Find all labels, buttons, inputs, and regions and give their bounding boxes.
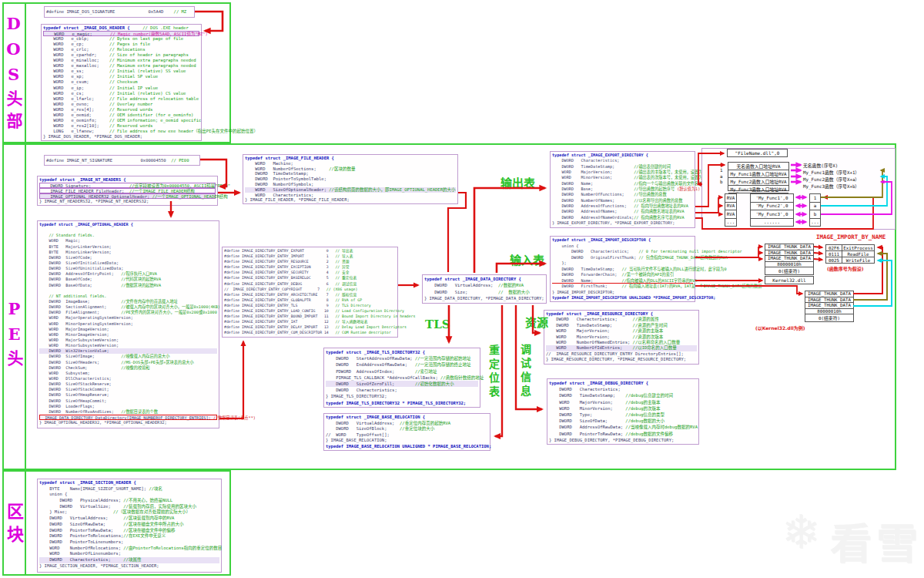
- section-label-dos: DOS头部: [5, 14, 22, 135]
- code-line: WORD e_magic; // Magic number(魔数5A4D，ASC…: [43, 31, 199, 36]
- code-line: // NT additional fields.: [39, 294, 217, 299]
- code-line: DWORD SizeOfStackCommit;: [39, 387, 217, 392]
- image-section-header-box: typedef struct _IMAGE_SECTION_HEADER { B…: [37, 479, 222, 573]
- code-line: WORD Machine;: [245, 161, 456, 166]
- code-line: typedef IMAGE_IMPORT_DESCRIPTOR UNALIGNE…: [552, 295, 693, 301]
- thunk-cell: 80000010h: [765, 262, 813, 268]
- code-line: WORD e_res2[10]; // Reserved words: [43, 123, 199, 129]
- code-line: DWORD SizeOfStackReserve;: [39, 381, 217, 387]
- ordinal-cell: 1: [810, 194, 820, 203]
- code-line: WORD e_crlc; // Relocations: [43, 47, 199, 52]
- code-line: typedef struct _IMAGE_SECTION_HEADER {: [39, 480, 219, 486]
- rva-cell: RVA: [725, 203, 736, 211]
- code-line: #define IMAGE_DIRECTORY_ENTRY_RESOURCE 2…: [224, 259, 396, 264]
- code-line: WORD MajorVersion; //资源的主版本: [546, 328, 697, 334]
- export-function-label: My_Func1函数（序号X+1）: [803, 169, 880, 176]
- code-line: WORD e_ip; // Initial IP value: [43, 86, 199, 91]
- code-line: DWORD TimeDateStamp; //输出表创建的时间: [552, 164, 693, 170]
- name-cell: 'My_Func2',0: [751, 203, 793, 211]
- code-line: DWORD PhysicalAddress; //不用关心，始终是NULL: [39, 498, 219, 504]
- code-line: } IMAGE_SECTION_HEADER, *PIMAGE_SECTION_…: [39, 563, 219, 570]
- code-line: DWORD Signature; //该字段被设置为0x00004550，ASC…: [39, 183, 216, 188]
- label-export-table: 输出表: [500, 174, 535, 190]
- label-tls: TLS: [425, 318, 450, 331]
- code-line: DWORD TimeDateStamp; // 当可执行文件不与被输入的DLL进…: [552, 267, 693, 273]
- nt-signature-define-box: #define IMAGE_NT_SIGNATURE 0x00004550 //…: [44, 155, 200, 166]
- code-line: #define IMAGE_DIRECTORY_ENTRY_BOUND_IMPO…: [224, 314, 396, 319]
- code-line: DWORD Characteristics; // 0 for terminat…: [552, 249, 693, 255]
- code-line: typedef struct _IMAGE_DATA_DIRECTORY {: [424, 276, 544, 282]
- code-line: WORD MinorVersion; //资源的次版本: [546, 334, 697, 340]
- eat-index: b: [720, 180, 726, 186]
- code-line: } IMAGE_RESOURCE_DIRECTORY, *PIMAGE_RESO…: [546, 357, 697, 362]
- code-line: #define IMAGE_DIRECTORY_ENTRY_DEBUG 6 //…: [224, 281, 396, 287]
- code-line: IMAGE_OPTIONAL_HEADER32 OptionalHeader; …: [39, 193, 216, 199]
- thunk-cell: IMAGE_THUNK_DATA: [765, 244, 813, 250]
- eat-row: My_Func3函数入口地址RVA: [728, 186, 788, 193]
- code-line: DWORD LoaderFlags;: [39, 404, 217, 409]
- code-line: WORD e_minalloc; // Minimum extra paragr…: [43, 58, 199, 63]
- export-rva-column: RVARVARVA...: [725, 193, 737, 227]
- thunk-cell: IMAGE_THUNK_DATA: [805, 297, 853, 304]
- export-dllname-box: "FileName.dll",0: [727, 149, 788, 157]
- code-line: WORD MinorImageVersion;: [39, 332, 217, 338]
- dos-signature-define-box: #define IMAGE_DOS_SIGNATURE 0x5A4D // MZ: [44, 6, 195, 18]
- code-line: } IMAGE_DATA_DIRECTORY, *PIMAGE_DATA_DIR…: [424, 295, 544, 301]
- code-line: DWORD PointerToRelocations;//在EXE文件中无意义: [39, 533, 219, 539]
- code-line: DWORD Name; //指向被输入的DLL的ASCII字符串的RVA: [552, 278, 693, 284]
- code-line: WORD MinorVersion; //输出表的次版本号，未使用，设置为0: [552, 175, 693, 180]
- image-data-directory-box: typedef struct _IMAGE_DATA_DIRECTORY { D…: [422, 274, 547, 304]
- code-line: DWORD NumberOfFunctions; //导出函数的总数: [552, 192, 693, 197]
- code-line: #define IMAGE_DIRECTORY_ENTRY_ARCHITECTU…: [224, 292, 396, 297]
- code-line: WORD e_csum; // Checksum: [43, 79, 199, 85]
- label-resource: 资源: [525, 314, 548, 330]
- code-line: typedef struct _IMAGE_IMPORT_DESCRIPTOR …: [552, 237, 693, 244]
- name-cell: 'My_Func1',0: [751, 194, 793, 203]
- code-line: PDWORD AddressOfIndex; //索引地址: [326, 368, 478, 375]
- code-line: DWORD PointerToSymbolTable;: [245, 176, 456, 182]
- ordinal-caption: (函数序号为假设): [827, 265, 864, 272]
- code-line: typedef IMAGE_BASE_RELOCATION UNALIGNED …: [326, 444, 488, 450]
- code-line: WORD e_maxalloc; // Maximum extra paragr…: [43, 63, 199, 69]
- code-line: WORD e_lfarlc; // File address of reloca…: [43, 96, 199, 102]
- code-line: DWORD SizeOfImage; //映像载入内存后的总大小: [39, 354, 217, 359]
- code-line: DWORD PointerToRawData; //debug数据的文件偏移: [549, 431, 697, 437]
- thunk-cell: IMAGE_THUNK_DATA: [765, 256, 813, 262]
- code-line: #define IMAGE_DIRECTORY_ENTRY_GLOBALPTR …: [224, 297, 396, 303]
- code-line: IMAGE_DATA_DIRECTORY DataDirectory[IMAGE…: [39, 415, 217, 420]
- blocks-label-divider: [25, 472, 26, 574]
- eat-index: 0: [720, 162, 726, 168]
- code-line: DWORD SizeOfInitializedData;: [39, 260, 217, 266]
- eat-row: My_Func2函数入口地址RVA: [728, 178, 788, 186]
- thunk-cell: 80000010h: [805, 309, 853, 315]
- code-line: DWORD Characteristics; //资源的属性: [546, 317, 697, 322]
- import-iat-table: IMAGE_THUNK_DATAIMAGE_THUNK_DATAIMAGE_TH…: [805, 291, 854, 322]
- ordinal-cell: a: [810, 203, 820, 211]
- code-line: #define IMAGE_NT_SIGNATURE 0x00004550 //…: [46, 156, 198, 164]
- code-line: #define IMAGE_DIRECTORY_ENTRY_IMPORT 1 /…: [224, 254, 396, 259]
- code-line: WORD DllCharacteristics;: [39, 376, 217, 381]
- code-line: DWORD Size; // 数据的大小: [424, 289, 544, 295]
- code-line: BYTE MajorLinkerVersion;: [39, 244, 217, 250]
- export-function-label: My_Func3函数（序号X+b）: [803, 183, 880, 190]
- code-line: typedef struct _IMAGE_NT_HEADERS {: [39, 177, 216, 183]
- image-file-header-box: typedef struct _IMAGE_FILE_HEADER { WORD…: [243, 154, 458, 204]
- code-line: typedef struct _IMAGE_DOS_HEADER { // DO…: [43, 25, 199, 31]
- code-line: #define IMAGE_DIRECTORY_ENTRY_IAT 12 // …: [224, 319, 396, 324]
- import-function-row: 0111ReadFile: [826, 251, 874, 257]
- code-line: } IMAGE_IMPORT_DESCRIPTOR;: [552, 290, 693, 296]
- code-line: DWORD Characteristics;: [326, 387, 478, 393]
- code-line: DWORD StartAddressOfRawData; //一定范围内存储的起…: [326, 355, 478, 361]
- code-line: #define IMAGE_DIRECTORY_ENTRY_LOAD_CONFI…: [224, 308, 396, 314]
- code-line: DWORD AddressOfNameOrdinals;// 指向函数名序号表的…: [552, 215, 693, 220]
- code-line: // WORD TypeOffset[];: [326, 432, 488, 439]
- thunk-cell: IMAGE_THUNK_DATA: [765, 250, 813, 257]
- code-line: IMAGE_FILE_HEADER FileHeader; //一个IMAGE_…: [39, 188, 216, 193]
- code-line: DWORD NumberOfSymbols;: [245, 182, 456, 187]
- code-line: WORD Characteristics;: [245, 193, 456, 198]
- code-line: DWORD FirstThunk; // 指向输入地址表(IAT)的RVA，IA…: [552, 284, 693, 290]
- image-import-descriptor-box: typedef struct _IMAGE_IMPORT_DESCRIPTOR …: [550, 236, 695, 302]
- import-by-name-table: 02F6ExitProcess0111ReadFile0025WriteFile: [825, 244, 875, 264]
- code-line: WORD MajorOperatingSystemVersion;: [39, 315, 217, 321]
- watermark-text: 看雪: [830, 510, 922, 571]
